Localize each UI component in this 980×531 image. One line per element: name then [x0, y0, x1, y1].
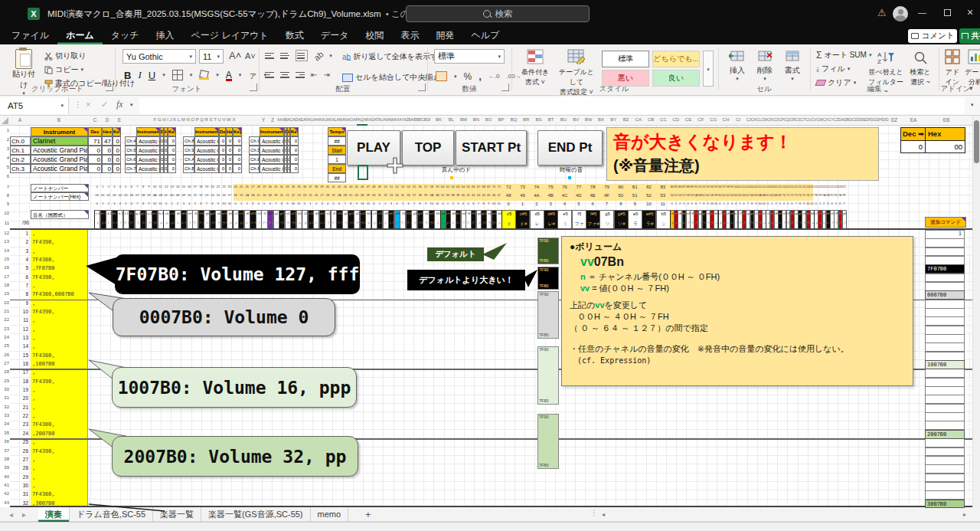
- ribbon-collapse-icon[interactable]: ▾: [969, 84, 973, 92]
- command-cell-5[interactable]: ,7F07B0: [32, 265, 87, 273]
- column-header[interactable]: E: [113, 117, 126, 123]
- column-header[interactable]: BO: [482, 117, 495, 122]
- row-header-17[interactable]: 17: [0, 274, 9, 282]
- column-header[interactable]: BY: [607, 117, 619, 122]
- command-cell-7[interactable]: ,: [32, 283, 87, 290]
- column-header[interactable]: B: [50, 117, 68, 123]
- row-header-16[interactable]: 16: [0, 265, 9, 273]
- column-header[interactable]: BN: [470, 117, 482, 122]
- insert-function-icon[interactable]: fx: [116, 99, 123, 110]
- hscroll-right-icon[interactable]: ▸: [963, 511, 966, 518]
- row-header-9[interactable]: 9: [0, 202, 9, 209]
- column-header[interactable]: BU: [557, 117, 570, 122]
- command-cell-25[interactable]: ,: [32, 439, 87, 447]
- sheet-tab-演奏[interactable]: 演奏: [38, 507, 70, 522]
- row-header-23[interactable]: 23: [0, 326, 9, 334]
- row-header-32[interactable]: 32: [0, 405, 9, 412]
- column-header[interactable]: CI: [732, 117, 744, 122]
- add-sheet-button[interactable]: +: [365, 509, 371, 520]
- borders-icon[interactable]: [172, 70, 183, 80]
- delete-cells-button[interactable]: 削除▾: [752, 50, 778, 82]
- sheet-tab-楽器一覧[interactable]: 楽器一覧: [153, 507, 201, 522]
- command-cell-10[interactable]: 7F4390,: [32, 309, 87, 316]
- align-middle-icon[interactable]: [280, 51, 289, 60]
- piano-key-a5[interactable]: a5ラ: [628, 210, 642, 229]
- extra-cmd-0007B0[interactable]: 0007B0: [925, 290, 965, 300]
- restore-button[interactable]: [944, 9, 951, 16]
- formula-input[interactable]: [139, 97, 965, 114]
- column-header[interactable]: BX: [595, 117, 607, 122]
- clipboard-dialog-launcher[interactable]: [106, 84, 113, 91]
- row-header-8[interactable]: 8: [0, 193, 9, 201]
- ribbon-tab-表示[interactable]: 表示: [392, 28, 427, 44]
- phonetic-icon[interactable]: ァ: [248, 70, 256, 81]
- column-header[interactable]: CA: [632, 117, 645, 122]
- piano-key-d#5[interactable]: d#5レ#: [544, 210, 558, 229]
- command-cell-27[interactable]: ,: [32, 457, 87, 464]
- row-header-39[interactable]: 39: [0, 465, 9, 473]
- italic-button[interactable]: I: [138, 69, 141, 81]
- ribbon-tab-開発[interactable]: 開発: [427, 28, 462, 44]
- minimize-button[interactable]: —: [918, 8, 926, 17]
- hex-header-cell[interactable]: Hex: [925, 127, 965, 141]
- ribbon-tab-ヘルプ[interactable]: ヘルプ: [462, 28, 508, 44]
- column-header[interactable]: BW: [583, 117, 595, 122]
- column-header[interactable]: Y: [259, 117, 268, 123]
- row-header-15[interactable]: 15: [0, 257, 9, 264]
- column-header[interactable]: CD: [670, 117, 682, 122]
- underline-button[interactable]: U: [149, 70, 155, 81]
- sheet-tab-ドラム音色,SC-55[interactable]: ドラム音色,SC-55: [70, 507, 153, 522]
- data-analysis-button[interactable]: データ分析: [964, 49, 980, 87]
- column-header[interactable]: D: [101, 117, 113, 123]
- column-header[interactable]: BM: [458, 117, 470, 122]
- search-box[interactable]: 検索: [406, 5, 590, 22]
- command-cell-22[interactable]: ,: [32, 413, 87, 421]
- style-neutral[interactable]: どちらでも...: [652, 51, 700, 67]
- piano-key-g#5[interactable]: g#5ソ#: [614, 210, 629, 229]
- command-cell-31[interactable]: 7F4380,: [32, 491, 87, 499]
- paste-button[interactable]: 貼り付け▾: [9, 48, 38, 87]
- column-header[interactable]: A: [12, 117, 28, 123]
- extra-cmd-7F07B0[interactable]: 7F07B0: [925, 264, 965, 274]
- ribbon-tab-数式[interactable]: 数式: [277, 28, 312, 44]
- piano-key-g5[interactable]: g5ソ: [599, 210, 614, 229]
- command-cell-8[interactable]: 7F4380,0007B0: [32, 291, 87, 299]
- column-headers[interactable]: ABCDEF G H I J K L M N O P Q R S T U V W…: [0, 116, 980, 126]
- column-header[interactable]: BS: [532, 117, 544, 122]
- increase-indent-icon[interactable]: ⇥: [323, 70, 329, 79]
- piano-key-g9[interactable]: g9ソ: [842, 210, 847, 229]
- close-button[interactable]: ×: [967, 6, 973, 18]
- ribbon-tab-ページ レイアウト[interactable]: ページ レイアウト: [183, 28, 277, 44]
- column-header[interactable]: CF: [694, 117, 707, 122]
- font-name-select[interactable]: Yu Gothic▾: [122, 49, 196, 64]
- conditional-format-button[interactable]: 条件付き書式 ˅: [518, 49, 553, 87]
- command-cell-18[interactable]: 7F4390,: [32, 379, 87, 386]
- row-header-4[interactable]: 4: [0, 156, 9, 163]
- command-cell-28[interactable]: ,: [32, 465, 87, 473]
- column-header[interactable]: AAABACADAEAFAGAHAIAJAKALAMANAOAPAQARASAT…: [277, 117, 430, 122]
- row-header-2[interactable]: 2: [0, 137, 9, 145]
- fill-button[interactable]: ⤓フィル▾: [816, 64, 850, 74]
- column-header[interactable]: C: [89, 117, 101, 123]
- comma-icon[interactable]: ,: [479, 70, 482, 82]
- style-normal[interactable]: 標準: [602, 51, 649, 67]
- row-header-7[interactable]: 7: [0, 185, 9, 192]
- command-cell-26[interactable]: 7F4390,: [32, 448, 87, 456]
- extra-cmd-1007B0[interactable]: 1007B0: [925, 360, 965, 369]
- ribbon-tab-タッチ[interactable]: タッチ: [103, 28, 148, 44]
- row-header-38[interactable]: 38: [0, 457, 9, 464]
- row-header-31[interactable]: 31: [0, 395, 9, 403]
- ribbon-tab-ファイル[interactable]: ファイル: [3, 28, 57, 44]
- row-header-22[interactable]: 22: [0, 317, 9, 325]
- piano-key-b5[interactable]: b5シ: [656, 210, 671, 229]
- row-header-6[interactable]: 6: [0, 174, 9, 182]
- column-header[interactable]: EB: [928, 117, 965, 123]
- insert-cells-button[interactable]: 挿入▾: [724, 50, 750, 82]
- ribbon-tab-校閲[interactable]: 校閲: [357, 28, 392, 44]
- ribbon-tab-データ[interactable]: データ: [312, 28, 358, 44]
- row-header-27[interactable]: 27: [0, 361, 9, 369]
- copy-button[interactable]: コピー▾: [44, 64, 83, 75]
- piano-key-a#5[interactable]: a#5ラ#: [642, 210, 656, 229]
- piano-key-f#5[interactable]: f#5ファ#: [586, 210, 600, 229]
- row-header-42[interactable]: 42: [0, 491, 9, 499]
